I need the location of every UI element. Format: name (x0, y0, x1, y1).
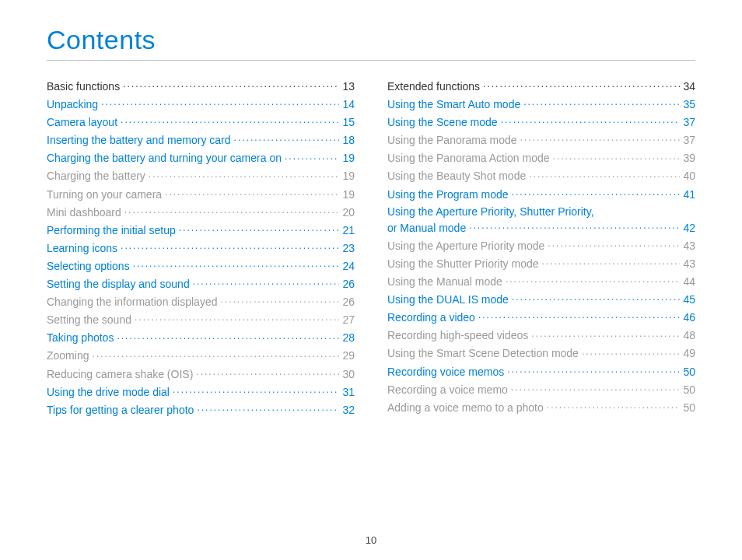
toc-label: Setting the sound (47, 313, 131, 326)
toc-entry: Charging the battery19 (47, 169, 355, 182)
toc-entry: Setting the sound27 (47, 313, 355, 326)
toc-leader (512, 292, 681, 303)
toc-entry[interactable]: Performing the initial setup21 (47, 223, 355, 236)
toc-entry: Using the Aperture Priority mode43 (387, 239, 695, 252)
toc-page: 15 (342, 116, 355, 128)
toc-label: Charging the battery and turning your ca… (47, 152, 282, 164)
toc-entry: Basic functions13 (47, 79, 355, 93)
toc-page: 29 (342, 349, 355, 362)
toc-label: Turning on your camera (47, 188, 162, 201)
toc-label: Adding a voice memo to a photo (387, 401, 544, 414)
toc-leader (469, 221, 680, 232)
toc-entry[interactable]: Using the drive mode dial31 (47, 385, 355, 398)
toc-label: Zooming (47, 349, 89, 362)
toc-page: 19 (342, 188, 355, 201)
toc-entry: Using the Panorama mode37 (387, 133, 695, 146)
toc-label: Inserting the battery and memory card (47, 134, 231, 146)
toc-leader (511, 383, 681, 394)
toc-page: 50 (683, 401, 695, 414)
toc-leader (220, 295, 339, 306)
toc-leader (101, 97, 339, 108)
toc-label: Setting the display and sound (47, 278, 190, 290)
toc-page: 24 (342, 260, 355, 272)
toc-leader (548, 239, 680, 250)
toc-label: Learning icons (47, 242, 117, 254)
toc-entry[interactable]: Setting the display and sound26 (47, 277, 355, 290)
toc-entry[interactable]: Taking photos28 (47, 331, 355, 344)
toc-page: 39 (683, 152, 695, 164)
toc-page: 26 (342, 296, 355, 308)
toc-label: Recording a voice memo (387, 383, 508, 396)
toc-page: 31 (342, 386, 355, 398)
toc-label: Extended functions (387, 80, 480, 93)
toc-leader (179, 223, 340, 234)
toc-leader (121, 241, 339, 252)
toc-label: Unpacking (47, 98, 98, 110)
toc-leader (193, 277, 340, 288)
toc-page: 37 (683, 134, 695, 146)
toc-page: 18 (342, 134, 355, 146)
toc-entry: Adding a voice memo to a photo50 (387, 401, 695, 414)
toc-entry: Using the Panorama Action mode39 (387, 151, 695, 164)
toc-label: Using the Manual mode (387, 275, 502, 288)
toc-entry[interactable]: Learning icons23 (47, 241, 355, 254)
toc-leader (197, 403, 339, 414)
toc-entry[interactable]: Using the Aperture Priority, Shutter Pri… (387, 205, 695, 218)
toc-entry[interactable]: Using the DUAL IS mode45 (387, 292, 695, 306)
toc-entry[interactable]: Using the Scene mode37 (387, 115, 695, 128)
toc-entry: Turning on your camera19 (47, 187, 355, 201)
toc-page: 19 (342, 152, 355, 164)
toc-entry[interactable]: Recording voice memos50 (387, 365, 695, 378)
toc-leader (92, 348, 339, 359)
toc-entry[interactable]: Selecting options24 (47, 259, 355, 272)
toc-label: Charging the battery (47, 170, 145, 182)
toc-page: 43 (683, 257, 695, 270)
toc-label: Using the Aperture Priority mode (387, 240, 544, 252)
toc-entry-cont[interactable]: or Manual mode42 (387, 221, 695, 234)
toc-label: Mini dashboard (47, 206, 121, 219)
toc-leader (483, 79, 680, 90)
toc-label: Using the Smart Scene Detection mode (387, 347, 579, 359)
toc-page: 35 (683, 98, 695, 110)
toc-label: Selecting options (47, 260, 130, 272)
toc-leader (285, 151, 339, 162)
toc-label: Camera layout (47, 116, 117, 128)
toc-page: 42 (683, 222, 695, 234)
toc-leader (124, 205, 340, 216)
toc-entry[interactable]: Camera layout15 (47, 115, 355, 128)
toc-page: 34 (683, 80, 695, 93)
toc-label: Tips for getting a clearer photo (47, 404, 194, 416)
toc-entry[interactable]: Charging the battery and turning your ca… (47, 151, 355, 164)
toc-page: 41 (683, 188, 695, 201)
toc-leader (149, 169, 340, 180)
toc-entry: Using the Beauty Shot mode40 (387, 169, 695, 182)
toc-entry: Recording a voice memo50 (387, 383, 695, 396)
toc-page: 21 (342, 224, 355, 236)
toc-entry[interactable]: Inserting the battery and memory card18 (47, 133, 355, 146)
toc-page: 30 (342, 368, 355, 380)
toc-page: 23 (342, 242, 355, 254)
toc-page: 27 (342, 313, 355, 326)
toc-page: 46 (683, 311, 695, 324)
toc-leader (523, 97, 680, 108)
toc-entry[interactable]: Tips for getting a clearer photo32 (47, 403, 355, 416)
toc-entry[interactable]: Using the Program mode41 (387, 187, 695, 201)
toc-page: 48 (683, 329, 695, 341)
toc-entry: Recording high-speed videos48 (387, 328, 695, 341)
toc-page: 50 (683, 366, 695, 378)
toc-entry: Mini dashboard20 (47, 205, 355, 219)
toc-column-left: Basic functions13Unpacking14Camera layou… (47, 79, 355, 421)
toc-entry[interactable]: Unpacking14 (47, 97, 355, 110)
toc-leader (234, 133, 340, 144)
toc-columns: Basic functions13Unpacking14Camera layou… (47, 79, 695, 421)
toc-page: 13 (342, 80, 355, 93)
toc-page: 37 (683, 116, 695, 128)
toc-page: 32 (342, 404, 355, 416)
toc-entry: Changing the information displayed26 (47, 295, 355, 308)
toc-leader (553, 151, 681, 162)
toc-page: 40 (683, 170, 695, 182)
toc-label: Taking photos (47, 331, 114, 344)
toc-entry[interactable]: Recording a video46 (387, 310, 695, 324)
toc-entry[interactable]: Using the Smart Auto mode35 (387, 97, 695, 110)
toc-label: Recording voice memos (387, 366, 504, 378)
